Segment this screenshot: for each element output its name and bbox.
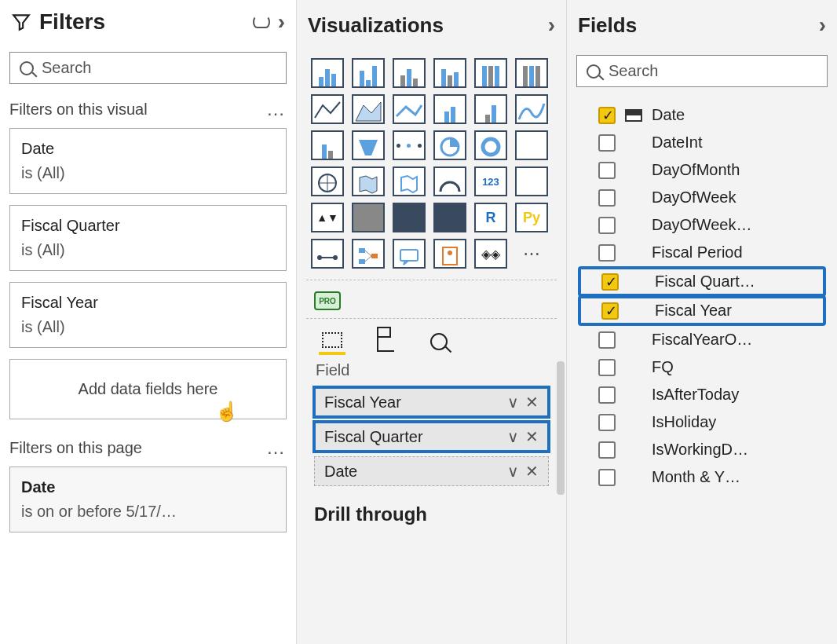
viz-map[interactable]: [311, 166, 344, 196]
field-row-fiscalyearoffset[interactable]: FiscalYearO…: [576, 326, 828, 353]
viz-clustered-bar[interactable]: [393, 58, 426, 88]
viz-pie[interactable]: [433, 130, 466, 160]
viz-clustered-column[interactable]: [433, 58, 466, 88]
field-checkbox[interactable]: [598, 441, 616, 459]
collapse-fields-icon[interactable]: [819, 13, 826, 38]
viz-area[interactable]: [352, 94, 385, 124]
field-checkbox[interactable]: [601, 302, 619, 320]
svg-rect-8: [359, 248, 365, 253]
collapse-filters-icon[interactable]: [278, 9, 285, 35]
visualizations-pane: Visualizations 123 ▲▼: [297, 0, 567, 644]
field-row-isworkingday[interactable]: IsWorkingD…: [576, 436, 828, 463]
field-checkbox[interactable]: [598, 331, 616, 349]
viz-ribbon[interactable]: [515, 94, 548, 124]
viz-donut[interactable]: [474, 130, 507, 160]
svg-rect-14: [443, 247, 457, 265]
field-row-fiscalyear[interactable]: Fiscal Year: [579, 297, 824, 324]
viz-line-clustered-column[interactable]: [474, 94, 507, 124]
field-checkbox[interactable]: [598, 469, 616, 486]
filters-page-more-icon[interactable]: …: [266, 437, 287, 459]
field-well-date[interactable]: Date ∨✕: [314, 456, 549, 486]
viz-card[interactable]: 123: [474, 166, 507, 196]
field-row-dayofmonth[interactable]: DayOfMonth: [576, 156, 828, 184]
viz-stacked-area[interactable]: [393, 94, 426, 124]
viz-decomposition-tree[interactable]: [352, 239, 385, 269]
viz-stacked-bar[interactable]: [311, 58, 344, 88]
viz-table[interactable]: [393, 203, 426, 232]
field-checkbox[interactable]: [598, 134, 616, 152]
field-row-fiscalperiod[interactable]: Fiscal Period: [576, 239, 828, 266]
powerbi-pro-badge[interactable]: PRO: [314, 291, 341, 310]
viz-kpi[interactable]: ▲▼: [311, 203, 344, 232]
filter-card-page-date[interactable]: Date is on or before 5/17/…: [9, 467, 287, 532]
field-row-fq[interactable]: FQ: [576, 353, 828, 381]
viz-r-script[interactable]: R: [474, 203, 507, 232]
remove-field-icon[interactable]: ✕: [525, 393, 539, 412]
viz-more-icon[interactable]: ⋯: [515, 239, 548, 269]
add-fields-dropzone[interactable]: Add data fields here: [9, 359, 287, 419]
field-checkbox[interactable]: [598, 244, 616, 262]
field-checkbox[interactable]: [598, 217, 616, 234]
viz-line-stacked-column[interactable]: [433, 94, 466, 124]
filters-search-input[interactable]: Search: [9, 52, 287, 84]
field-row-dayofweek[interactable]: DayOfWeek: [576, 184, 828, 211]
viz-shape-map[interactable]: [393, 166, 426, 196]
tab-fields[interactable]: [319, 328, 345, 355]
field-checkbox[interactable]: [598, 386, 616, 404]
filter-card-fiscal-quarter[interactable]: Fiscal Quarter is (All): [9, 205, 287, 271]
field-row-isaftertoday[interactable]: IsAfterToday: [576, 381, 828, 408]
svg-point-6: [317, 255, 322, 260]
remove-field-icon[interactable]: ✕: [525, 462, 539, 481]
viz-matrix[interactable]: [433, 203, 466, 232]
filters-visual-more-icon[interactable]: …: [266, 98, 287, 120]
viz-stacked-column[interactable]: [352, 58, 385, 88]
svg-rect-10: [371, 254, 378, 258]
field-well-fiscal-year[interactable]: Fiscal Year ∨✕: [314, 387, 549, 417]
fields-search-input[interactable]: Search: [576, 55, 828, 87]
viz-gauge[interactable]: [433, 166, 466, 196]
chevron-down-icon[interactable]: ∨: [507, 393, 519, 412]
field-row-isholiday[interactable]: IsHoliday: [576, 408, 828, 436]
filter-name: Date: [21, 475, 275, 499]
field-checkbox[interactable]: [598, 359, 616, 376]
viz-line[interactable]: [311, 94, 344, 124]
field-row-monthyear[interactable]: Month & Y…: [576, 463, 828, 491]
field-row-dateint[interactable]: DateInt: [576, 129, 828, 156]
viz-paginated-report[interactable]: [433, 239, 466, 269]
field-label: FQ: [652, 358, 674, 376]
viz-treemap[interactable]: [515, 130, 548, 160]
tab-analytics[interactable]: [426, 328, 452, 355]
field-checkbox[interactable]: [598, 107, 616, 124]
viz-filled-map[interactable]: [352, 166, 385, 196]
field-checkbox[interactable]: [598, 414, 616, 431]
field-well-fiscal-quarter[interactable]: Fiscal Quarter ∨✕: [314, 422, 549, 452]
viz-multirow-card[interactable]: [515, 166, 548, 196]
preview-icon[interactable]: [253, 16, 270, 28]
viz-slicer[interactable]: [352, 203, 385, 232]
viz-funnel[interactable]: [352, 130, 385, 160]
viz-python[interactable]: Py: [515, 203, 548, 232]
field-label: DayOfMonth: [652, 161, 740, 179]
viz-waterfall[interactable]: [311, 130, 344, 160]
field-row-fiscalquarter[interactable]: Fiscal Quart…: [579, 268, 824, 295]
field-checkbox[interactable]: [601, 273, 619, 291]
remove-field-icon[interactable]: ✕: [525, 427, 539, 446]
svg-line-12: [365, 256, 371, 262]
viz-scrollbar[interactable]: [557, 361, 565, 495]
viz-arcgis[interactable]: ◈◈: [474, 239, 507, 269]
viz-key-influencers[interactable]: [311, 239, 344, 269]
viz-100-stacked-bar[interactable]: [474, 58, 507, 88]
filter-card-date[interactable]: Date is (All): [9, 128, 287, 194]
field-row-date-table[interactable]: Date: [576, 101, 828, 129]
filter-card-fiscal-year[interactable]: Fiscal Year is (All): [9, 282, 287, 348]
chevron-down-icon[interactable]: ∨: [507, 462, 519, 481]
chevron-down-icon[interactable]: ∨: [507, 427, 519, 446]
viz-qna[interactable]: [393, 239, 426, 269]
viz-scatter[interactable]: [393, 130, 426, 160]
collapse-viz-icon[interactable]: [548, 13, 555, 38]
field-checkbox[interactable]: [598, 189, 616, 207]
field-checkbox[interactable]: [598, 162, 616, 179]
viz-100-stacked-column[interactable]: [515, 58, 548, 88]
field-row-dayofweekname[interactable]: DayOfWeek…: [576, 211, 828, 239]
tab-format[interactable]: [372, 328, 399, 355]
